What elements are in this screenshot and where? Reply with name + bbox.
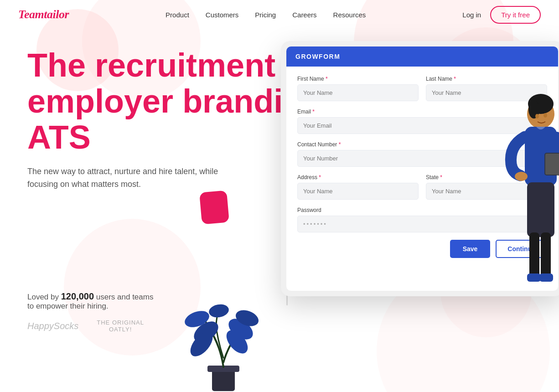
svg-point-13: [543, 113, 547, 118]
users-suffix2: to empower their hiring.: [27, 302, 109, 310]
label-address: Address *: [297, 174, 419, 181]
form-group-firstname: First Name *: [297, 76, 419, 101]
try-it-free-button[interactable]: Try it free: [490, 6, 541, 24]
form-group-address: Address *: [297, 174, 419, 200]
svg-point-17: [515, 172, 528, 181]
loved-prefix: Loved by: [27, 293, 59, 301]
login-link[interactable]: Log in: [462, 11, 481, 19]
nav-resources[interactable]: Resources: [333, 11, 366, 19]
svg-point-12: [535, 114, 539, 119]
pink-accent-blob: [199, 191, 229, 225]
nav-product[interactable]: Product: [166, 11, 189, 19]
input-address[interactable]: [297, 183, 419, 200]
svg-rect-16: [545, 154, 559, 175]
growform-header: GROWFORM: [286, 46, 558, 67]
logo: Teamtailor: [18, 8, 69, 21]
nav-careers[interactable]: Careers: [292, 11, 316, 19]
user-count: 120,000: [61, 291, 94, 301]
nav-links: Product Customers Pricing Careers Resour…: [166, 11, 366, 19]
person-illustration: [500, 77, 559, 315]
brand-happysocks: HappySocks: [27, 321, 78, 331]
nav-pricing[interactable]: Pricing: [255, 11, 276, 19]
brand-logos: HappySocks THE ORIGINALOATLY!: [27, 319, 559, 333]
nav-customers[interactable]: Customers: [206, 11, 239, 19]
svg-rect-22: [539, 273, 553, 282]
label-firstname: First Name *: [297, 76, 419, 82]
svg-rect-18: [527, 182, 554, 237]
nav-right: Log in Try it free: [462, 6, 541, 24]
navbar: Teamtailor Product Customers Pricing Car…: [0, 0, 559, 29]
save-button[interactable]: Save: [450, 240, 491, 258]
users-suffix: users and teams: [96, 293, 154, 301]
brand-oatly: THE ORIGINALOATLY!: [97, 319, 144, 333]
plant-illustration: [178, 292, 269, 392]
input-firstname[interactable]: [297, 84, 419, 101]
form-mockup: GROWFORM First Name * Last Name *: [254, 41, 559, 315]
svg-rect-19: [529, 232, 539, 278]
svg-point-8: [208, 303, 230, 319]
svg-rect-0: [212, 369, 235, 391]
hero-subtitle: The new way to attract, nurture and hire…: [27, 165, 237, 191]
svg-rect-21: [527, 273, 541, 282]
svg-rect-20: [541, 232, 551, 278]
